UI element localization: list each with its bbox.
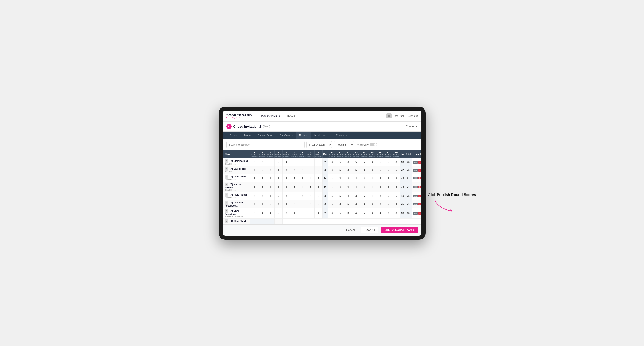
hole-12-score[interactable]: 4 xyxy=(344,192,352,200)
tab-leaderboards[interactable]: Leaderboards xyxy=(310,132,333,139)
hole-3-score[interactable]: 4 xyxy=(266,208,274,218)
hole-18-score[interactable]: 6 xyxy=(392,174,400,181)
hole-4-score[interactable]: 3 xyxy=(274,200,282,208)
hole-13-score[interactable]: 4 xyxy=(352,208,360,218)
hole-7-score[interactable]: 5 xyxy=(298,174,306,181)
dq-badge[interactable]: DQ xyxy=(418,186,422,188)
hole-10-score[interactable]: 3 xyxy=(328,208,336,218)
hole-13-score[interactable]: 4 xyxy=(352,181,360,192)
hole-9-score[interactable]: 5 xyxy=(314,192,322,200)
hole-13-score[interactable]: 3 xyxy=(352,200,360,208)
hole-11-score[interactable]: 5 xyxy=(336,159,344,166)
hole-13-score[interactable]: 3 xyxy=(352,192,360,200)
hole-7-score[interactable]: 4 xyxy=(298,181,306,192)
hole-9-score[interactable]: 5 xyxy=(314,200,322,208)
wd-badge[interactable]: WD xyxy=(413,177,418,179)
dq-badge[interactable]: DQ xyxy=(418,169,422,172)
hole-16-score[interactable]: 5 xyxy=(376,166,384,174)
sign-out-link[interactable]: Sign out xyxy=(408,115,418,117)
wd-badge[interactable]: WD xyxy=(413,161,418,164)
hole-14-score[interactable]: 3 xyxy=(360,200,368,208)
wd-badge[interactable]: WD xyxy=(413,203,418,205)
hole-10-score[interactable]: 3 xyxy=(328,166,336,174)
totals-only-toggle[interactable]: Totals Only xyxy=(356,143,377,147)
hole-8-score[interactable]: 5 xyxy=(306,208,314,218)
hole-5-score[interactable]: 4 xyxy=(282,174,290,181)
dq-badge[interactable]: DQ xyxy=(418,212,422,215)
wd-badge[interactable]: WD xyxy=(413,169,418,172)
hole-18-score[interactable]: 3 xyxy=(392,208,400,218)
hole-6-score[interactable]: 3 xyxy=(290,200,298,208)
hole-10-score[interactable]: 3 xyxy=(328,181,336,192)
tab-course-setup[interactable]: Course Setup xyxy=(254,132,276,139)
hole-16-score[interactable]: 3 xyxy=(376,192,384,200)
hole-4-score[interactable]: 5 xyxy=(274,159,282,166)
hole-6-score[interactable]: 4 xyxy=(290,166,298,174)
hole-2-score[interactable]: 3 xyxy=(258,159,266,166)
hole-7-score[interactable]: 3 xyxy=(298,208,306,218)
hole-7-score[interactable]: 5 xyxy=(298,159,306,166)
hole-6-score[interactable]: 4 xyxy=(290,208,298,218)
hole-16-score[interactable]: 4 xyxy=(376,208,384,218)
hole-15-score[interactable]: 4 xyxy=(368,192,376,200)
hole-3-score[interactable]: 4 xyxy=(266,174,274,181)
hole-12-score[interactable]: 3 xyxy=(344,174,352,181)
hole-11-score[interactable]: 5 xyxy=(336,174,344,181)
hole-8-score[interactable]: 3 xyxy=(306,181,314,192)
hole-5-score[interactable]: 4 xyxy=(282,159,290,166)
hole-16-score[interactable]: 3 xyxy=(376,200,384,208)
hole-7-score[interactable]: 3 xyxy=(298,166,306,174)
wd-badge[interactable]: WD xyxy=(413,186,418,188)
hole-8-score[interactable]: 3 xyxy=(306,200,314,208)
hole-14-score[interactable]: 5 xyxy=(360,159,368,166)
hole-9-score[interactable]: 5 xyxy=(314,181,322,192)
hole-15-score[interactable]: 3 xyxy=(368,159,376,166)
hole-12-score[interactable]: 3 xyxy=(344,166,352,174)
hole-14-score[interactable]: 5 xyxy=(360,192,368,200)
hole-18-score[interactable]: 6 xyxy=(392,192,400,200)
wd-badge[interactable]: WD xyxy=(413,212,418,215)
hole-3-score[interactable]: 5 xyxy=(266,200,274,208)
hole-16-score[interactable]: 3 xyxy=(376,174,384,181)
hole-15-score[interactable]: 3 xyxy=(368,200,376,208)
hole-8-score[interactable]: 6 xyxy=(306,159,314,166)
hole-6-score[interactable]: 3 xyxy=(290,181,298,192)
hole-7-score[interactable]: 5 xyxy=(298,200,306,208)
dq-badge[interactable]: DQ xyxy=(418,161,422,164)
hole-2-score[interactable]: 3 xyxy=(258,192,266,200)
hole-1-score[interactable]: 3 xyxy=(250,208,258,218)
hole-18-score[interactable]: 4 xyxy=(392,200,400,208)
hole-10-score[interactable]: 3 xyxy=(328,159,336,166)
hole-5-score[interactable]: 4 xyxy=(282,200,290,208)
hole-1-score[interactable]: 3 xyxy=(250,192,258,200)
hole-12-score[interactable]: 5 xyxy=(344,181,352,192)
hole-18-score[interactable]: 3 xyxy=(392,159,400,166)
hole-9-score[interactable]: 5 xyxy=(314,159,322,166)
hole-4-score[interactable]: 4 xyxy=(274,181,282,192)
search-input[interactable] xyxy=(226,141,305,148)
hole-11-score[interactable]: 5 xyxy=(336,208,344,218)
publish-round-scores-button[interactable]: Publish Round Scores xyxy=(381,227,418,233)
tab-results[interactable]: Results xyxy=(296,132,311,139)
hole-15-score[interactable]: 3 xyxy=(368,208,376,218)
tab-printables[interactable]: Printables xyxy=(333,132,350,139)
dq-badge[interactable]: DQ xyxy=(418,203,422,205)
hole-8-score[interactable]: 4 xyxy=(306,174,314,181)
hole-17-score[interactable]: 5 xyxy=(384,200,392,208)
hole-8-score[interactable]: 3 xyxy=(306,192,314,200)
hole-12-score[interactable]: 6 xyxy=(344,159,352,166)
filter-by-team-select[interactable]: Filter by team xyxy=(306,141,332,148)
nav-tournaments[interactable]: TOURNAMENTS xyxy=(258,111,284,122)
hole-5-score[interactable]: 3 xyxy=(282,208,290,218)
hole-5-score[interactable]: 5 xyxy=(282,181,290,192)
hole-5-score[interactable]: 3 xyxy=(282,166,290,174)
tab-tee-groups[interactable]: Tee Groups xyxy=(276,132,296,139)
hole-1-score[interactable]: 4 xyxy=(250,166,258,174)
hole-2-score[interactable]: 3 xyxy=(258,174,266,181)
hole-17-score[interactable]: 3 xyxy=(384,208,392,218)
hole-16-score[interactable]: 5 xyxy=(376,159,384,166)
hole-2-score[interactable]: 4 xyxy=(258,208,266,218)
hole-17-score[interactable]: 4 xyxy=(384,174,392,181)
hole-6-score[interactable]: 5 xyxy=(290,192,298,200)
hole-4-score[interactable]: 5 xyxy=(274,208,282,218)
